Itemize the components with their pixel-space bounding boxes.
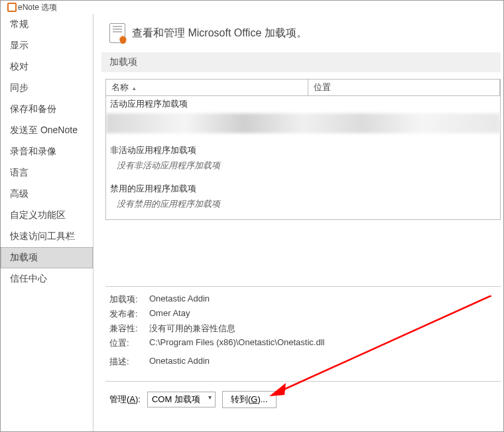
detail-label-location: 位置: xyxy=(109,337,149,349)
titlebar: eNote 选项 xyxy=(1,1,503,14)
section-heading: 加载项 xyxy=(101,52,501,72)
detail-value-publisher: Omer Atay xyxy=(149,308,497,320)
sidebar-item-advanced[interactable]: 高级 xyxy=(1,184,93,205)
table-header: 名称 ▴ 位置 xyxy=(106,80,500,96)
detail-row-description: 描述: Onetastic Addin xyxy=(109,354,497,369)
addins-table: 名称 ▴ 位置 活动应用程序加载项 非活动应用程序加载项 没有非活动应用程序加载… xyxy=(105,79,501,220)
group-disabled-addins-title: 禁用的应用程序加载项 xyxy=(106,181,500,197)
sidebar-item-quick-access-toolbar[interactable]: 快速访问工具栏 xyxy=(1,226,93,247)
app-icon xyxy=(6,3,15,12)
detail-row-location: 位置: C:\Program Files (x86)\Onetastic\One… xyxy=(109,336,497,351)
sidebar-item-addins[interactable]: 加载项 xyxy=(1,247,93,268)
detail-row-publisher: 发布者: Omer Atay xyxy=(109,307,497,321)
detail-row-addin: 加载项: Onetastic Addin xyxy=(109,292,497,307)
detail-label-compatibility: 兼容性: xyxy=(109,323,149,335)
main-header: ⚙ 查看和管理 Microsoft Office 加载项。 xyxy=(94,14,503,52)
sidebar-item-customize-ribbon[interactable]: 自定义功能区 xyxy=(1,205,93,226)
detail-label-publisher: 发布者: xyxy=(109,308,149,320)
sidebar-item-proofing[interactable]: 校对 xyxy=(1,56,93,78)
gear-icon: ⚙ xyxy=(119,34,127,44)
column-name-label: 名称 xyxy=(111,82,129,92)
detail-label-description: 描述: xyxy=(109,356,149,368)
detail-value-location: C:\Program Files (x86)\Onetastic\Onetast… xyxy=(149,337,497,349)
addins-page-icon: ⚙ xyxy=(109,23,125,43)
detail-value-addin: Onetastic Addin xyxy=(149,294,497,305)
manage-label: 管理(A): xyxy=(109,394,141,405)
sidebar: 常规 显示 校对 同步 保存和备份 发送至 OneNote 录音和录像 语言 高… xyxy=(1,14,94,431)
column-header-location[interactable]: 位置 xyxy=(308,80,500,96)
group-active-addins-title: 活动应用程序加载项 xyxy=(106,96,500,112)
manage-dropdown[interactable]: COM 加载项 xyxy=(147,392,216,407)
detail-value-description: Onetastic Addin xyxy=(149,356,497,368)
manage-bar: 管理(A): COM 加载项 转到(G)... xyxy=(105,381,501,417)
detail-row-compatibility: 兼容性: 没有可用的兼容性信息 xyxy=(109,321,497,336)
addins-groups: 活动应用程序加载项 非活动应用程序加载项 没有非活动应用程序加载项 禁用的应用程… xyxy=(106,96,500,219)
addin-details: 加载项: Onetastic Addin 发布者: Omer Atay 兼容性:… xyxy=(105,286,501,374)
column-location-label: 位置 xyxy=(314,82,331,92)
group-inactive-addins-title: 非活动应用程序加载项 xyxy=(106,142,500,158)
sort-ascending-icon: ▴ xyxy=(133,85,136,91)
main-panel: ⚙ 查看和管理 Microsoft Office 加载项。 加载项 名称 ▴ 位… xyxy=(94,14,503,431)
sidebar-item-display[interactable]: 显示 xyxy=(1,35,93,56)
detail-label-addin: 加载项: xyxy=(109,294,149,305)
content-area: 常规 显示 校对 同步 保存和备份 发送至 OneNote 录音和录像 语言 高… xyxy=(1,14,503,431)
sidebar-item-sync[interactable]: 同步 xyxy=(1,78,93,99)
group-active-addins-row-redacted[interactable] xyxy=(106,113,500,133)
manage-dropdown-value: COM 加载项 xyxy=(152,394,200,404)
group-inactive-addins-empty: 没有非活动应用程序加载项 xyxy=(106,158,500,181)
sidebar-item-language[interactable]: 语言 xyxy=(1,162,93,184)
detail-value-compatibility: 没有可用的兼容性信息 xyxy=(149,323,497,335)
column-header-name[interactable]: 名称 ▴ xyxy=(106,80,308,96)
header-text: 查看和管理 Microsoft Office 加载项。 xyxy=(132,27,307,40)
sidebar-item-save-backup[interactable]: 保存和备份 xyxy=(1,99,93,120)
go-button[interactable]: 转到(G)... xyxy=(222,391,277,408)
sidebar-item-send-to-onenote[interactable]: 发送至 OneNote xyxy=(1,120,93,141)
options-window: eNote 选项 常规 显示 校对 同步 保存和备份 发送至 OneNote 录… xyxy=(0,0,504,432)
sidebar-item-trust-center[interactable]: 信任中心 xyxy=(1,268,93,290)
window-title: eNote 选项 xyxy=(18,2,57,13)
sidebar-item-general[interactable]: 常规 xyxy=(1,14,93,35)
group-disabled-addins-empty: 没有禁用的应用程序加载项 xyxy=(106,197,500,219)
sidebar-item-audio-video[interactable]: 录音和录像 xyxy=(1,141,93,162)
